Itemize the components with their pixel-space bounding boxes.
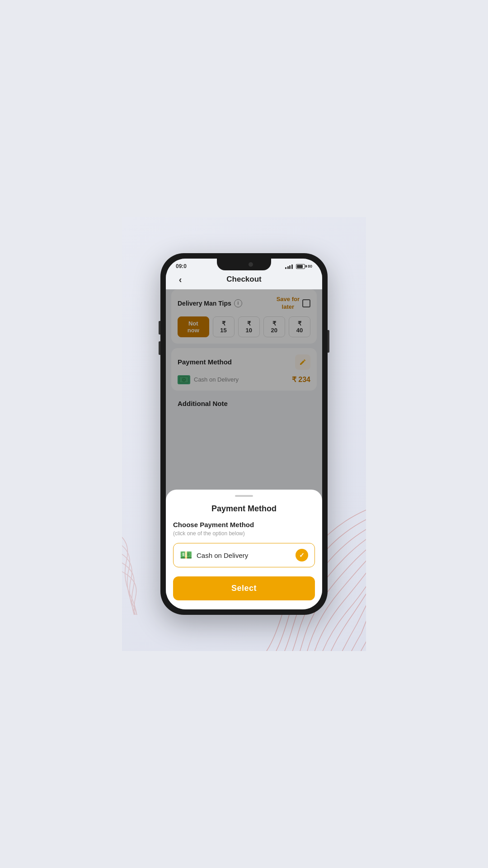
volume-up-button [159,321,160,335]
battery-level: 80 [308,264,312,269]
checkout-header: ‹ Checkout [166,271,322,289]
cash-emoji-icon: 💵 [180,549,192,561]
signal-icon [285,264,293,269]
cash-on-delivery-option[interactable]: 💵 Cash on Delivery ✓ [173,543,315,567]
payment-option-left: 💵 Cash on Delivery [180,549,248,561]
choose-payment-label: Choose Payment Method [173,521,315,528]
back-arrow-icon: ‹ [179,274,182,285]
power-button [328,330,329,353]
front-camera [249,262,253,267]
status-bar: 09:0 80 [166,259,322,271]
phone-screen: 09:0 80 [166,259,322,609]
choose-payment-sub: (click one of the option below) [173,530,315,537]
notch [217,259,271,270]
sheet-title: Payment Method [173,504,315,514]
payment-method-sheet: Payment Method Choose Payment Method (cl… [166,490,322,609]
cash-on-delivery-label: Cash on Delivery [197,552,248,559]
phone-frame: 09:0 80 [160,253,328,615]
status-icons: 80 [285,264,312,269]
back-button[interactable]: ‹ [173,272,188,287]
battery-icon [296,264,305,269]
select-button[interactable]: Select [173,576,315,600]
status-time: 09:0 [176,263,187,269]
page-title: Checkout [226,275,261,284]
sheet-handle [235,495,253,497]
main-content: Delivery Man Tips i Save forlater Not no… [166,289,322,609]
selected-check-icon: ✓ [296,549,308,561]
volume-down-button [159,341,160,355]
